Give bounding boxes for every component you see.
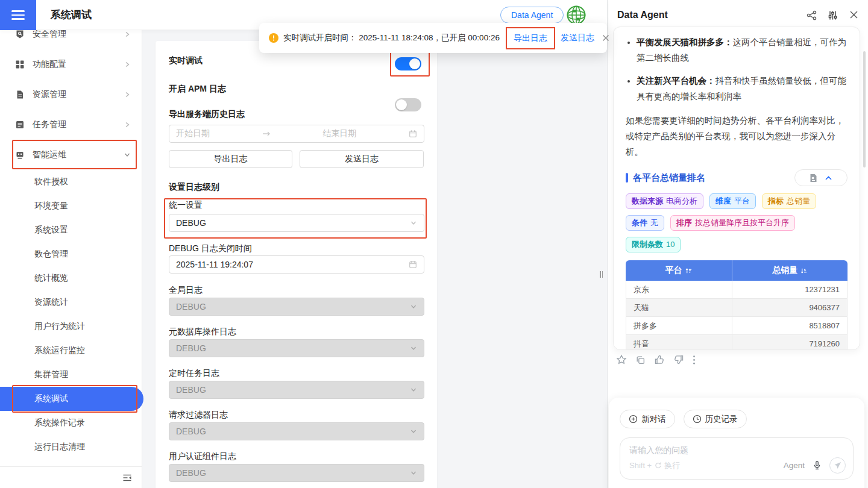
security-badge-icon: [15, 30, 25, 39]
annotation-export-log: 导出日志: [506, 27, 555, 49]
sidebar-group-intelligent-ops[interactable]: 智能运维: [0, 140, 142, 170]
sidebar-item-system-settings[interactable]: 系统设置: [0, 218, 142, 242]
sidebar-group-task-management[interactable]: 任务管理: [0, 110, 142, 140]
sidebar-item-system-operation-log[interactable]: 系统操作记录: [0, 411, 142, 435]
insight-item: 关注新兴平台机会：抖音和快手虽然销量较低，但可能具有更高的增长率和利润率: [637, 73, 848, 104]
favorite-star-icon[interactable]: [616, 354, 627, 365]
data-agent-toggle-button[interactable]: Data Agent: [500, 7, 564, 23]
list-icon: [15, 120, 25, 130]
start-date-placeholder: 开始日期: [176, 128, 210, 139]
hamburger-menu-button[interactable]: [0, 0, 36, 30]
global-log-label: 全局日志: [169, 285, 203, 296]
date-range-input[interactable]: 开始日期 结束日期: [169, 125, 424, 143]
sidebar-item-user-behavior-stats[interactable]: 用户行为统计: [0, 314, 142, 339]
realtime-debug-label: 实时调试: [169, 55, 203, 66]
sort-asc-icon: [685, 267, 692, 274]
sidebar-item-stats-overview[interactable]: 统计概览: [0, 266, 142, 290]
send-log-button[interactable]: 发送日志: [300, 150, 424, 168]
metadb-log-label: 元数据库操作日志: [169, 327, 236, 337]
sidebar-item-resource-stats[interactable]: 资源统计: [0, 290, 142, 314]
calendar-icon: [409, 260, 417, 269]
tag-condition: 条件无: [626, 215, 664, 231]
sliders-icon[interactable]: [828, 10, 838, 20]
sidebar-item-cluster-management[interactable]: 集群管理: [0, 363, 142, 387]
tag-data-source: 数据来源电商分析: [626, 193, 703, 209]
chevron-right-icon: [124, 61, 131, 68]
sidebar-group-resource-management[interactable]: 资源管理: [0, 80, 142, 110]
sidebar-item-runtime-log-cleanup[interactable]: 运行日志清理: [0, 435, 142, 459]
chevron-right-icon: [124, 91, 131, 98]
panel-scrollbar[interactable]: [863, 51, 866, 167]
agent-message-card: 平衡发展天猫和拼多多：这两个平台销量相近，可作为第二增长曲线 关注新兴平台机会：…: [613, 27, 860, 350]
calendar-icon: [409, 130, 417, 138]
query-tags: 数据来源电商分析 维度平台 指标总销量 条件无 排序按总销量降序且按平台升序 限…: [626, 193, 848, 252]
sidebar-item-data-warehouse[interactable]: 数仓管理: [0, 242, 142, 266]
chat-input-card: 新对话 历史记录 Shift + 换行 Agent: [609, 398, 864, 488]
global-log-select: DEBUG: [169, 298, 424, 316]
grid-icon: [15, 60, 25, 69]
table-header-platform[interactable]: 平台: [626, 260, 732, 281]
toast-export-log-link[interactable]: 导出日志: [514, 33, 547, 43]
chevron-down-icon: [410, 428, 417, 435]
debug-close-time-input[interactable]: 2025-11-11 19:24:07: [169, 255, 424, 274]
sidebar: 安全管理 功能配置 资源管理 任务管理: [0, 30, 142, 488]
chevron-up-icon: [825, 174, 832, 182]
table-row: 天猫9406377: [626, 299, 848, 317]
realtime-debug-toggle[interactable]: [395, 57, 421, 70]
microphone-icon[interactable]: [812, 460, 822, 471]
history-button[interactable]: 历史记录: [684, 410, 747, 428]
share-icon[interactable]: [807, 10, 817, 20]
chat-input[interactable]: [629, 445, 844, 455]
menu-fold-icon[interactable]: [122, 473, 132, 483]
tag-dimension: 维度平台: [709, 193, 756, 209]
ranking-section-title: 各平台总销量排名: [633, 172, 794, 184]
chevron-down-icon: [410, 469, 417, 477]
newline-hint: Shift + 换行: [629, 460, 784, 471]
apm-log-label: 开启 APM 日志: [169, 84, 226, 95]
table-header-total-sales[interactable]: 总销量: [732, 260, 848, 281]
chevron-right-icon: [124, 121, 131, 128]
warning-icon: [269, 33, 278, 43]
toast-close-icon[interactable]: [602, 34, 609, 42]
send-button[interactable]: [829, 457, 846, 474]
robot-icon: [15, 150, 25, 160]
chevron-down-icon: [410, 386, 417, 393]
apm-log-toggle[interactable]: [395, 98, 421, 111]
sidebar-item-system-debug[interactable]: 系统调试: [0, 387, 143, 411]
sidebar-footer: [0, 466, 142, 488]
more-options-icon[interactable]: [693, 355, 696, 365]
close-panel-icon[interactable]: [849, 10, 858, 19]
page-title: 系统调试: [51, 0, 92, 30]
insight-list: 平衡发展天猫和拼多多：这两个平台销量相近，可作为第二增长曲线 关注新兴平台机会：…: [626, 34, 848, 104]
tag-metric: 指标总销量: [762, 193, 816, 209]
export-log-button[interactable]: 导出日志: [169, 150, 292, 168]
cron-log-label: 定时任务日志: [169, 368, 219, 379]
thumbs-down-icon[interactable]: [673, 354, 684, 365]
export-file-icon: [810, 174, 817, 183]
toast-message: 实时调试开启时间： 2025-11-11 18:24:08，已开启 00:00:…: [283, 33, 500, 43]
ranking-section-header: 各平台总销量排名: [626, 169, 848, 186]
log-level-section-label: 设置日志级别: [169, 182, 219, 193]
chevron-down-icon: [410, 345, 417, 352]
debug-settings-card: 实时调试 开启 APM 日志 导出服务端历史日志 开始日期 结束日期 导出日志 …: [156, 41, 437, 488]
sidebar-item-software-license[interactable]: 软件授权: [0, 170, 142, 194]
toast-send-log-link[interactable]: 发送日志: [561, 33, 594, 43]
tag-limit: 限制条数10: [626, 237, 681, 252]
panel-resize-handle[interactable]: [600, 271, 603, 278]
sidebar-group-feature-config[interactable]: 功能配置: [0, 49, 142, 80]
section-toolbar[interactable]: [794, 169, 848, 186]
end-date-placeholder: 结束日期: [322, 128, 356, 139]
sort-desc-icon: [800, 267, 807, 274]
thumbs-up-icon[interactable]: [654, 354, 665, 365]
platform-sales-table: 平台 总销量 京东12371231 天猫9406377 拼多多8518807 抖…: [626, 260, 848, 350]
metadb-log-select: DEBUG: [169, 339, 424, 357]
copy-icon[interactable]: [635, 355, 646, 365]
table-row: 京东12371231: [626, 281, 848, 299]
debug-toast: 实时调试开启时间： 2025-11-11 18:24:08，已开启 00:00:…: [259, 23, 607, 53]
sidebar-item-system-monitor[interactable]: 系统运行监控: [0, 339, 142, 363]
unified-setting-select[interactable]: DEBUG: [169, 214, 424, 232]
sidebar-item-env-vars[interactable]: 环境变量: [0, 194, 142, 218]
agent-panel-header: Data Agent: [608, 0, 868, 30]
new-chat-button[interactable]: 新对话: [620, 410, 675, 428]
agent-mode-label: Agent: [784, 461, 805, 470]
